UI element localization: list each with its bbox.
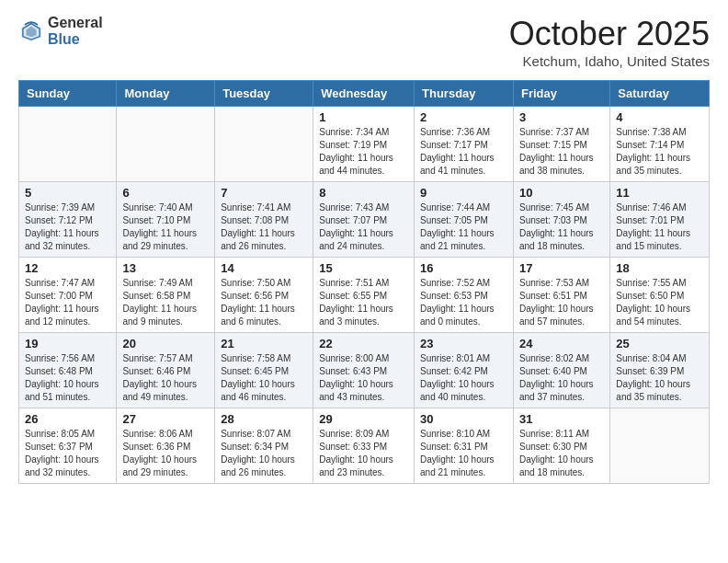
day-info: Sunrise: 7:51 AM Sunset: 6:55 PM Dayligh…: [319, 277, 408, 328]
weekday-header: Monday: [117, 81, 215, 107]
day-number: 18: [616, 261, 703, 275]
day-info: Sunrise: 7:34 AM Sunset: 7:19 PM Dayligh…: [319, 126, 408, 178]
day-info: Sunrise: 8:02 AM Sunset: 6:40 PM Dayligh…: [519, 352, 604, 404]
day-info: Sunrise: 8:04 AM Sunset: 6:39 PM Dayligh…: [616, 352, 703, 404]
day-number: 6: [122, 186, 209, 200]
weekday-header: Friday: [513, 81, 609, 107]
day-number: 22: [319, 337, 408, 350]
day-number: 2: [420, 110, 507, 124]
weekday-header: Tuesday: [215, 81, 313, 107]
day-info: Sunrise: 8:01 AM Sunset: 6:42 PM Dayligh…: [420, 352, 507, 404]
calendar-week-row: 12Sunrise: 7:47 AM Sunset: 7:00 PM Dayli…: [19, 258, 710, 333]
day-info: Sunrise: 7:41 AM Sunset: 7:08 PM Dayligh…: [221, 201, 307, 253]
day-info: Sunrise: 7:39 AM Sunset: 7:12 PM Dayligh…: [25, 201, 110, 253]
calendar-cell: 2Sunrise: 7:36 AM Sunset: 7:17 PM Daylig…: [415, 107, 514, 182]
day-info: Sunrise: 7:43 AM Sunset: 7:07 PM Dayligh…: [319, 201, 408, 253]
calendar-cell: 21Sunrise: 7:58 AM Sunset: 6:45 PM Dayli…: [215, 333, 313, 408]
calendar-cell: 3Sunrise: 7:37 AM Sunset: 7:15 PM Daylig…: [513, 107, 609, 182]
day-info: Sunrise: 7:53 AM Sunset: 6:51 PM Dayligh…: [519, 277, 604, 328]
day-info: Sunrise: 7:44 AM Sunset: 7:05 PM Dayligh…: [420, 201, 507, 253]
day-number: 11: [616, 186, 703, 200]
day-info: Sunrise: 7:58 AM Sunset: 6:45 PM Dayligh…: [221, 352, 307, 404]
day-info: Sunrise: 7:38 AM Sunset: 7:14 PM Dayligh…: [616, 126, 703, 178]
day-info: Sunrise: 7:36 AM Sunset: 7:17 PM Dayligh…: [420, 126, 507, 178]
calendar-week-row: 19Sunrise: 7:56 AM Sunset: 6:48 PM Dayli…: [19, 333, 710, 408]
calendar-cell: 15Sunrise: 7:51 AM Sunset: 6:55 PM Dayli…: [313, 258, 415, 333]
calendar-week-row: 26Sunrise: 8:05 AM Sunset: 6:37 PM Dayli…: [19, 408, 710, 484]
day-number: 28: [221, 412, 307, 426]
day-number: 20: [122, 337, 209, 350]
title-block: October 2025 Ketchum, Idaho, United Stat…: [509, 15, 710, 69]
day-info: Sunrise: 8:05 AM Sunset: 6:37 PM Dayligh…: [25, 428, 110, 479]
day-info: Sunrise: 8:11 AM Sunset: 6:30 PM Dayligh…: [519, 428, 604, 479]
location-subtitle: Ketchum, Idaho, United States: [509, 53, 710, 69]
page-header: General Blue October 2025 Ketchum, Idaho…: [18, 15, 710, 69]
day-number: 26: [25, 412, 110, 426]
calendar-table: SundayMondayTuesdayWednesdayThursdayFrid…: [18, 80, 710, 484]
weekday-header: Saturday: [610, 81, 710, 107]
calendar-cell: 9Sunrise: 7:44 AM Sunset: 7:05 PM Daylig…: [415, 182, 514, 258]
day-number: 30: [420, 412, 507, 426]
day-number: 12: [25, 261, 110, 275]
calendar-cell: 10Sunrise: 7:45 AM Sunset: 7:03 PM Dayli…: [513, 182, 609, 258]
day-info: Sunrise: 8:00 AM Sunset: 6:43 PM Dayligh…: [319, 352, 408, 404]
calendar-cell: 17Sunrise: 7:53 AM Sunset: 6:51 PM Dayli…: [513, 258, 609, 333]
day-info: Sunrise: 7:56 AM Sunset: 6:48 PM Dayligh…: [25, 352, 110, 404]
day-number: 21: [221, 337, 307, 350]
day-info: Sunrise: 8:07 AM Sunset: 6:34 PM Dayligh…: [221, 428, 307, 479]
calendar-cell: 25Sunrise: 8:04 AM Sunset: 6:39 PM Dayli…: [610, 333, 710, 408]
logo-icon: [18, 18, 44, 44]
day-info: Sunrise: 8:06 AM Sunset: 6:36 PM Dayligh…: [122, 428, 209, 479]
day-number: 9: [420, 186, 507, 200]
calendar-cell: 24Sunrise: 8:02 AM Sunset: 6:40 PM Dayli…: [513, 333, 609, 408]
day-number: 10: [519, 186, 604, 200]
calendar-cell: 1Sunrise: 7:34 AM Sunset: 7:19 PM Daylig…: [313, 107, 415, 182]
day-number: 25: [616, 337, 703, 350]
calendar-cell: 20Sunrise: 7:57 AM Sunset: 6:46 PM Dayli…: [117, 333, 215, 408]
weekday-header-row: SundayMondayTuesdayWednesdayThursdayFrid…: [19, 81, 710, 107]
day-number: 3: [519, 110, 604, 124]
day-info: Sunrise: 7:46 AM Sunset: 7:01 PM Dayligh…: [616, 201, 703, 253]
day-info: Sunrise: 7:55 AM Sunset: 6:50 PM Dayligh…: [616, 277, 703, 328]
calendar-cell: 29Sunrise: 8:09 AM Sunset: 6:33 PM Dayli…: [313, 408, 415, 484]
calendar-cell: 5Sunrise: 7:39 AM Sunset: 7:12 PM Daylig…: [19, 182, 117, 258]
calendar-cell: 18Sunrise: 7:55 AM Sunset: 6:50 PM Dayli…: [610, 258, 710, 333]
calendar-cell: 31Sunrise: 8:11 AM Sunset: 6:30 PM Dayli…: [513, 408, 609, 484]
calendar-cell: 6Sunrise: 7:40 AM Sunset: 7:10 PM Daylig…: [117, 182, 215, 258]
day-info: Sunrise: 7:52 AM Sunset: 6:53 PM Dayligh…: [420, 277, 507, 328]
logo-blue: Blue: [48, 31, 103, 48]
calendar-cell: 28Sunrise: 8:07 AM Sunset: 6:34 PM Dayli…: [215, 408, 313, 484]
calendar-cell: 8Sunrise: 7:43 AM Sunset: 7:07 PM Daylig…: [313, 182, 415, 258]
day-number: 31: [519, 412, 604, 426]
day-number: 5: [25, 186, 110, 200]
day-info: Sunrise: 7:57 AM Sunset: 6:46 PM Dayligh…: [122, 352, 209, 404]
day-number: 17: [519, 261, 604, 275]
day-number: 15: [319, 261, 408, 275]
day-number: 24: [519, 337, 604, 350]
day-info: Sunrise: 8:10 AM Sunset: 6:31 PM Dayligh…: [420, 428, 507, 479]
calendar-cell: 26Sunrise: 8:05 AM Sunset: 6:37 PM Dayli…: [19, 408, 117, 484]
day-info: Sunrise: 7:45 AM Sunset: 7:03 PM Dayligh…: [519, 201, 604, 253]
month-title: October 2025: [509, 15, 710, 53]
logo: General Blue: [18, 15, 103, 47]
day-number: 27: [122, 412, 209, 426]
calendar-cell: 22Sunrise: 8:00 AM Sunset: 6:43 PM Dayli…: [313, 333, 415, 408]
day-info: Sunrise: 7:47 AM Sunset: 7:00 PM Dayligh…: [25, 277, 110, 328]
calendar-cell: 12Sunrise: 7:47 AM Sunset: 7:00 PM Dayli…: [19, 258, 117, 333]
day-number: 16: [420, 261, 507, 275]
calendar-cell: 14Sunrise: 7:50 AM Sunset: 6:56 PM Dayli…: [215, 258, 313, 333]
calendar-cell: 13Sunrise: 7:49 AM Sunset: 6:58 PM Dayli…: [117, 258, 215, 333]
weekday-header: Thursday: [415, 81, 514, 107]
calendar-cell: [117, 107, 215, 182]
calendar-cell: [215, 107, 313, 182]
calendar-week-row: 1Sunrise: 7:34 AM Sunset: 7:19 PM Daylig…: [19, 107, 710, 182]
calendar-cell: 7Sunrise: 7:41 AM Sunset: 7:08 PM Daylig…: [215, 182, 313, 258]
day-number: 7: [221, 186, 307, 200]
day-number: 19: [25, 337, 110, 350]
day-info: Sunrise: 7:40 AM Sunset: 7:10 PM Dayligh…: [122, 201, 209, 253]
day-number: 8: [319, 186, 408, 200]
calendar-cell: 19Sunrise: 7:56 AM Sunset: 6:48 PM Dayli…: [19, 333, 117, 408]
day-number: 1: [319, 110, 408, 124]
day-number: 14: [221, 261, 307, 275]
day-number: 4: [616, 110, 703, 124]
